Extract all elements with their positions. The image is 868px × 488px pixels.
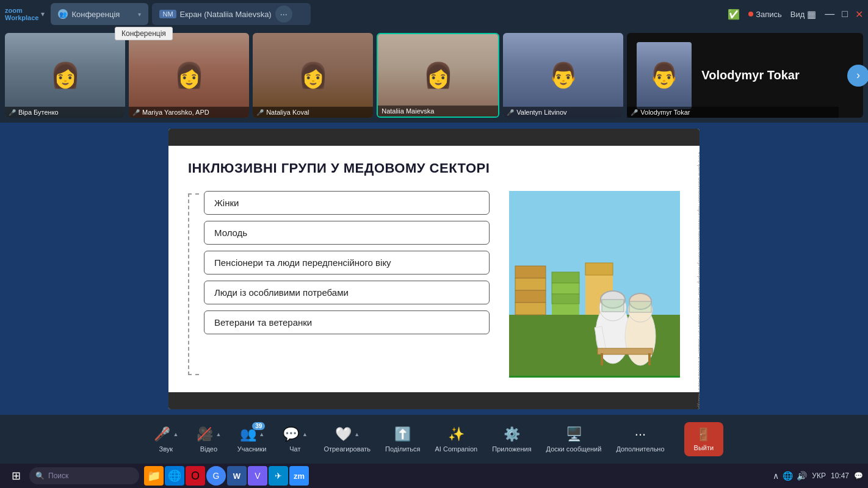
taskbar-network[interactable]: 🌐 — [783, 471, 793, 481]
leave-icon: 🚪 — [696, 427, 711, 442]
participant-tile-vira[interactable]: 👩 🎤 Віра Бутенко — [5, 33, 125, 118]
maximize-button[interactable]: □ — [842, 9, 848, 20]
chat-label: Чат — [289, 445, 300, 453]
active-speaker-name: Volodymyr Tokar — [701, 68, 799, 82]
share-button[interactable]: ⬆️ Поділиться — [378, 415, 427, 464]
taskbar-sound[interactable]: 🔊 — [797, 471, 807, 481]
security-shield-icon: ✅ — [728, 9, 740, 20]
slide-header-bar — [168, 129, 700, 146]
active-speaker-tile[interactable]: 👨 Volodymyr Tokar 🎤 Volodymyr Tokar — [627, 33, 863, 118]
svg-rect-3 — [515, 266, 546, 278]
next-participant-arrow[interactable]: › — [847, 65, 868, 87]
video-caret[interactable]: ▲ — [215, 431, 221, 437]
svg-rect-24 — [648, 353, 651, 365]
screen-share-tab[interactable]: NM Екран (Nataliia Maievska) ··· — [152, 3, 311, 25]
close-button[interactable]: ✕ — [855, 9, 863, 20]
list-item-0: Жінки — [204, 191, 490, 215]
sound-caret[interactable]: ▲ — [173, 431, 178, 437]
taskbar-opera[interactable]: O — [186, 466, 205, 486]
taskbar-chrome[interactable]: G — [206, 466, 226, 486]
leave-label: Выйти — [694, 444, 714, 451]
ai-companion-button[interactable]: ✨ AI Companion — [428, 415, 485, 464]
bottom-toolbar: 🎤 ▲ Звук 🎥 ▲ Відео 👥 ▲ 39 Учасники 💬 — [0, 415, 868, 464]
conference-icon: 👥 — [58, 9, 68, 19]
taskbar-viber[interactable]: V — [248, 466, 267, 486]
taskbar-zoom[interactable]: zm — [289, 466, 309, 486]
taskbar-files[interactable]: 📁 — [144, 466, 164, 486]
whiteboards-button[interactable]: 🖥️ Доски сообщений — [539, 415, 609, 464]
participant-tile-nataliya[interactable]: 👩 🎤 Nataliya Koval — [253, 33, 373, 118]
sound-label: Звук — [159, 445, 173, 453]
react-icon: 🤍 — [335, 426, 352, 443]
zoom-logo: zoom Workplace ▾ — [5, 7, 45, 21]
active-speaker-mic-icon: 🎤 — [631, 109, 638, 116]
participants-caret[interactable]: ▲ — [259, 431, 264, 437]
participant-photo-vira: 👩 — [5, 33, 125, 118]
participant-tile-mariya[interactable]: 👩 🎤 Mariya Yaroshko, APD — [129, 33, 249, 118]
participant-name-bar-vira: 🎤 Віра Бутенко — [5, 107, 125, 118]
taskbar-chevron[interactable]: ∧ — [773, 471, 779, 481]
taskbar-right: ∧ 🌐 🔊 УКР 10:47 💬 — [773, 471, 863, 481]
apps-label: Приложения — [492, 445, 531, 453]
participant-name-vira: Віра Бутенко — [18, 109, 59, 116]
participant-photo-nataliya: 👩 — [253, 33, 373, 118]
sound-button[interactable]: 🎤 ▲ Звук — [145, 415, 187, 464]
record-button[interactable]: Запись — [748, 10, 782, 19]
video-label: Відео — [200, 445, 217, 453]
view-button[interactable]: Вид ▦ — [790, 9, 817, 20]
participant-name-bar-nataliia: Nataliia Maievska — [378, 106, 498, 117]
logo-line2: Workplace — [5, 14, 38, 21]
svg-rect-22 — [598, 348, 653, 354]
conference-tab[interactable]: 👥 Конференція ▾ — [51, 3, 148, 25]
taskbar-word[interactable]: W — [227, 466, 247, 486]
participant-name-bar-valentyn: 🎤 Valentyn Litvinov — [503, 107, 623, 118]
taskbar-language: УКР — [812, 472, 826, 480]
taskbar-telegram[interactable]: ✈ — [269, 466, 288, 486]
ai-companion-label: AI Companion — [435, 445, 478, 453]
share-icon-wrap: ⬆️ — [394, 426, 411, 443]
react-icon-wrap: 🤍 ▲ — [335, 426, 360, 443]
apps-button[interactable]: ⚙️ Приложения — [485, 415, 538, 464]
react-caret[interactable]: ▲ — [354, 431, 360, 437]
slide-image-area: Фото Ірини Васильєвої https://www.facebo… — [509, 191, 680, 378]
taskbar-edge[interactable]: 🌐 — [165, 466, 184, 486]
record-label: Запись — [756, 10, 782, 19]
taskbar-system-icons: ∧ 🌐 🔊 — [773, 471, 807, 481]
top-bar-right: ✅ Запись Вид ▦ — □ ✕ — [728, 9, 863, 20]
chat-caret[interactable]: ▲ — [302, 431, 308, 437]
conference-tooltip: Конференція — [115, 27, 173, 40]
svg-rect-8 — [552, 272, 579, 283]
video-icon: 🎥 — [196, 426, 213, 443]
more-icon: ··· — [632, 426, 649, 443]
participants-button[interactable]: 👥 ▲ 39 Учасники — [230, 415, 274, 464]
list-item-2: Пенсіонери та люди передпенсійного віку — [204, 251, 490, 274]
chat-icon: 💬 — [283, 426, 300, 443]
participant-name-bar-mariya: 🎤 Mariya Yaroshko, APD — [129, 107, 249, 118]
leave-button[interactable]: 🚪 Выйти — [684, 422, 724, 456]
beekeeper-image: Фото Ірини Васильєвої https://www.facebo… — [509, 191, 680, 378]
svg-rect-6 — [515, 303, 546, 315]
participant-tile-valentyn[interactable]: 👨 🎤 Valentyn Litvinov — [503, 33, 623, 118]
video-button[interactable]: 🎥 ▲ Відео — [187, 415, 230, 464]
taskbar-notification[interactable]: 💬 — [854, 472, 863, 480]
mic-off-icon-mariya: 🎤 — [132, 109, 140, 116]
security-button[interactable]: ✅ — [728, 9, 740, 20]
minimize-button[interactable]: — — [825, 9, 834, 20]
participant-name-bar-nataliya: 🎤 Nataliya Koval — [253, 107, 373, 118]
taskbar-search[interactable]: 🔍 Поиск — [29, 467, 139, 484]
react-button[interactable]: 🤍 ▲ Отреагировать — [316, 415, 378, 464]
sound-icon: 🎤 — [153, 426, 170, 443]
participants-badge: 39 — [252, 422, 265, 430]
slide-title: ІНКЛЮЗИВНІ ГРУПИ У МЕДОВОМУ СЕКТОРІ — [188, 160, 680, 176]
svg-rect-12 — [585, 263, 613, 275]
screen-tab-more[interactable]: ··· — [275, 5, 292, 23]
participant-tile-nataliia[interactable]: 👩 Nataliia Maievska — [377, 33, 499, 118]
more-button[interactable]: ··· Дополнительно — [609, 415, 671, 464]
chat-button[interactable]: 💬 ▲ Чат — [273, 415, 316, 464]
logo-dropdown[interactable]: ▾ — [41, 10, 45, 18]
start-button[interactable]: ⊞ — [5, 465, 27, 487]
participants-label: Учасники — [237, 445, 267, 453]
grid-icon: ▦ — [807, 9, 816, 20]
sound-icon-wrap: 🎤 ▲ — [153, 426, 178, 443]
chat-icon-wrap: 💬 ▲ — [283, 426, 308, 443]
